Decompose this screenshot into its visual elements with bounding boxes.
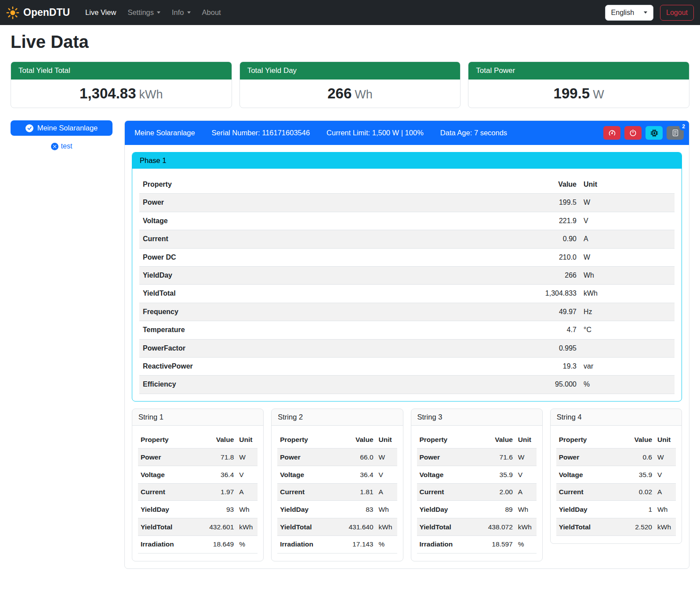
row-property: Power [138,449,193,466]
table-row: Power0.6W [556,449,676,466]
row-value: 0.6 [617,449,655,466]
nav-live-view[interactable]: Live View [80,5,122,20]
row-unit: var [580,357,675,375]
table-row: Power DC210.0W [139,248,675,266]
row-unit: V [515,466,537,484]
column-header-value: Value [472,431,515,449]
row-property: Power [556,449,617,466]
device-info-button[interactable] [646,126,663,140]
row-property: Frequency [139,303,403,321]
row-value: 1.97 [193,483,236,501]
row-property: YieldTotal [556,518,617,536]
nav-about[interactable]: About [196,5,227,20]
row-value: 0.995 [403,339,580,357]
row-unit: Wh [376,501,397,518]
row-value: 36.4 [193,466,236,484]
page-title: Live Data [11,32,689,52]
journal-icon [672,129,679,137]
power-button[interactable] [624,126,642,140]
row-unit: V [580,212,675,230]
sidebar-item-test[interactable]: test [11,142,112,150]
row-property: Irradiation [417,535,472,553]
table-row: Power71.8W [138,449,258,466]
limit-settings-button[interactable] [603,126,620,140]
row-value: 266 [403,266,580,284]
row-value: 0.90 [403,230,580,248]
column-header-value: Value [333,431,376,449]
table-header-row: Property Value Unit [139,176,675,194]
string-card-title: String 1 [132,409,263,426]
row-property: YieldDay [277,501,333,518]
row-property: Irradiation [277,535,333,553]
content-row: Meine Solaranlage test Meine Solaranlage… [11,120,689,569]
row-value: 18.649 [193,535,236,553]
row-property: Voltage [277,466,333,484]
row-property: YieldDay [139,266,403,284]
row-property: Voltage [417,466,472,484]
row-value: 2.520 [617,518,655,536]
language-select[interactable]: English [605,5,653,21]
logout-button[interactable]: Logout [660,5,694,21]
summary-card-value: 266 [327,85,352,101]
row-unit [580,339,675,357]
row-value: 221.9 [403,212,580,230]
row-property: Voltage [556,466,617,484]
row-value: 17.143 [333,535,376,553]
column-header-value: Value [617,431,655,449]
column-header-value: Value [193,431,236,449]
table-row: YieldTotal431.640kWh [277,518,397,536]
summary-card-unit: Wh [355,88,373,101]
x-circle-icon[interactable] [51,143,58,150]
nav-settings[interactable]: Settings [122,5,166,20]
column-header-value: Value [403,176,580,194]
string-table: Property Value Unit Power0.6WVoltage35.9… [556,431,676,536]
sidebar-item-inverter[interactable]: Meine Solaranlage [11,120,112,136]
phase-card-body: Property Value Unit Power199.5WVoltage22… [132,169,682,401]
summary-card-total-power: Total Power 199.5W [468,62,689,108]
row-property: Power [139,194,403,212]
column-header-property: Property [277,431,333,449]
table-row: YieldDay1Wh [556,501,676,518]
row-property: YieldTotal [139,285,403,303]
inverter-serial: Serial Number: 116171603546 [212,129,310,137]
table-row: Current1.97A [138,483,258,501]
table-row: YieldTotal432.601kWh [138,518,258,536]
table-header-row: Property Value Unit [556,431,676,449]
string-table: Property Value Unit Power71.6WVoltage35.… [417,431,537,554]
row-unit: W [655,449,676,466]
table-row: YieldTotal1,304.833kWh [139,285,675,303]
row-value: 35.9 [472,466,515,484]
sidebar-test-label[interactable]: test [61,142,73,150]
chevron-down-icon [644,11,647,14]
row-property: YieldTotal [417,518,472,536]
column-header-unit: Unit [580,176,675,194]
nav-info[interactable]: Info [166,5,196,20]
table-row: YieldDay83Wh [277,501,397,518]
brand-label: OpenDTU [23,7,70,18]
row-unit: Wh [655,501,676,518]
summary-card-total-yield-total: Total Yield Total 1,304.83kWh [11,62,232,108]
inverter-card-body: Phase 1 Property Value Unit Power199.5WV… [125,145,689,568]
row-value: 210.0 [403,248,580,266]
row-property: Efficiency [139,376,403,394]
row-unit: W [376,449,397,466]
row-value: 49.97 [403,303,580,321]
inverter-card-header: Meine Solaranlage Serial Number: 1161716… [125,121,689,145]
row-unit: W [236,449,258,466]
summary-card-unit: kWh [139,88,163,101]
chevron-down-icon [187,11,191,14]
brand-link[interactable]: OpenDTU [6,6,70,19]
table-row: Power71.6W [417,449,537,466]
row-value: 89 [472,501,515,518]
column-header-property: Property [138,431,193,449]
table-row: YieldTotal2.520kWh [556,518,676,536]
row-unit: kWh [515,518,537,536]
row-value: 36.4 [333,466,376,484]
sidebar-item-label: Meine Solaranlage [37,124,98,132]
row-unit: kWh [236,518,258,536]
row-value: 199.5 [403,194,580,212]
row-property: Temperature [139,321,403,339]
event-log-button[interactable]: 2 [667,126,684,140]
check-circle-icon [25,124,33,132]
row-property: Power [417,449,472,466]
